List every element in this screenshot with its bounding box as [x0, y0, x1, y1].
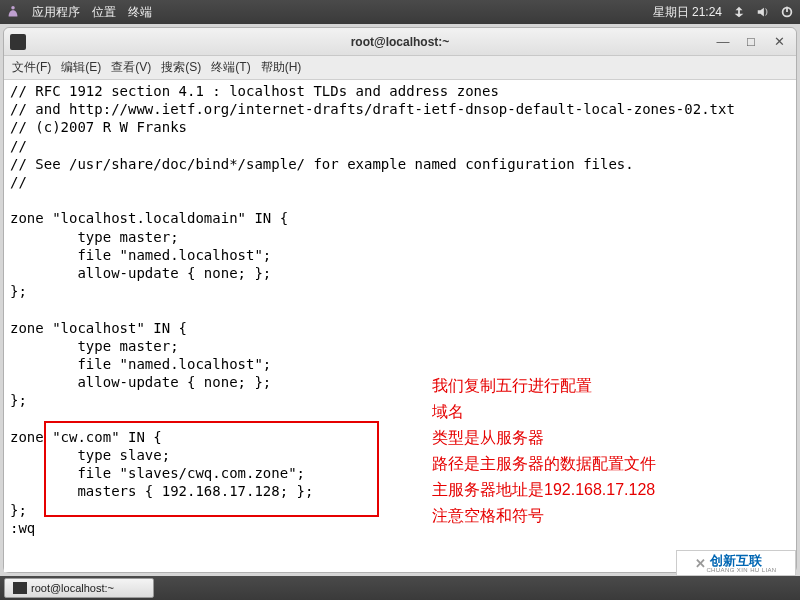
- titlebar[interactable]: root@localhost:~ — □ ✕: [4, 28, 796, 56]
- activities-icon[interactable]: [6, 5, 20, 19]
- power-icon[interactable]: [780, 5, 794, 19]
- menu-edit[interactable]: 编辑(E): [61, 59, 101, 76]
- terminal-content[interactable]: // RFC 1912 section 4.1 : localhost TLDs…: [4, 80, 796, 572]
- menu-file[interactable]: 文件(F): [12, 59, 51, 76]
- svg-point-0: [11, 6, 15, 10]
- bottom-panel: root@localhost:~: [0, 576, 800, 600]
- annotation-box: [44, 421, 379, 517]
- taskbar-item-label: root@localhost:~: [31, 582, 114, 594]
- close-button[interactable]: ✕: [772, 34, 786, 49]
- clock[interactable]: 星期日 21:24: [653, 4, 722, 21]
- maximize-button[interactable]: □: [744, 34, 758, 49]
- terminal-window: root@localhost:~ — □ ✕ 文件(F) 编辑(E) 查看(V)…: [3, 27, 797, 573]
- network-icon[interactable]: [732, 5, 746, 19]
- window-title: root@localhost:~: [4, 35, 796, 49]
- menu-terminal-m[interactable]: 终端(T): [211, 59, 250, 76]
- menu-applications[interactable]: 应用程序: [32, 4, 80, 21]
- annotation-text: 我们复制五行进行配置域名类型是从服务器路径是主服务器的数据配置文件主服务器地址是…: [432, 373, 656, 529]
- menubar: 文件(F) 编辑(E) 查看(V) 搜索(S) 终端(T) 帮助(H): [4, 56, 796, 80]
- taskbar-item-terminal[interactable]: root@localhost:~: [4, 578, 154, 598]
- terminal-icon: [13, 582, 27, 594]
- window-app-icon: [10, 34, 26, 50]
- menu-help[interactable]: 帮助(H): [261, 59, 302, 76]
- minimize-button[interactable]: —: [716, 34, 730, 49]
- volume-icon[interactable]: [756, 5, 770, 19]
- top-panel: 应用程序 位置 终端 星期日 21:24: [0, 0, 800, 24]
- menu-places[interactable]: 位置: [92, 4, 116, 21]
- menu-search[interactable]: 搜索(S): [161, 59, 201, 76]
- menu-view[interactable]: 查看(V): [111, 59, 151, 76]
- menu-terminal[interactable]: 终端: [128, 4, 152, 21]
- watermark: ✕ 创新互联 CHUANG XIN HU LIAN: [676, 550, 796, 576]
